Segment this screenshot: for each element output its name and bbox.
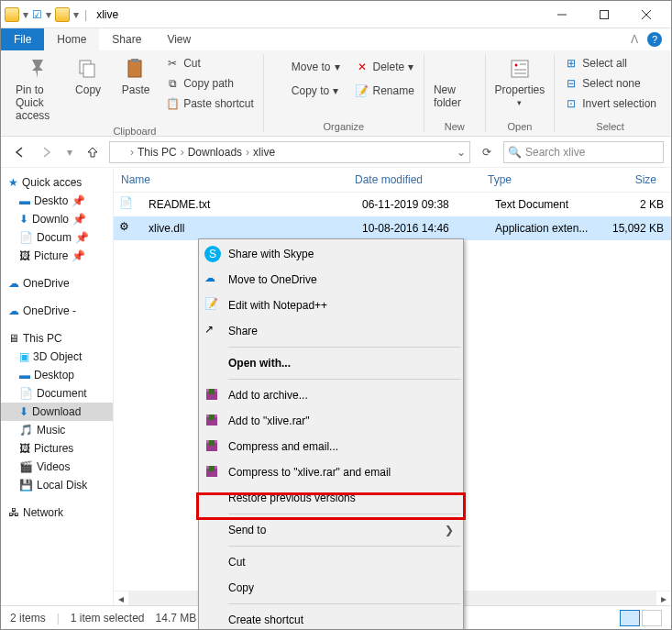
sidebar-this-pc[interactable]: 🖥This PC bbox=[1, 329, 113, 348]
forward-button[interactable] bbox=[36, 141, 58, 163]
menu-send-to[interactable]: Send to❯ bbox=[201, 517, 461, 543]
item-count: 2 items bbox=[10, 612, 46, 624]
qat-dropdown2-icon[interactable]: ▾ bbox=[46, 8, 51, 21]
sidebar-videos[interactable]: 🎬Videos bbox=[1, 458, 113, 476]
copy-path-button[interactable]: ⧉Copy path bbox=[161, 74, 258, 93]
refresh-button[interactable]: ⟳ bbox=[476, 141, 498, 163]
recent-button[interactable]: ▾ bbox=[63, 141, 76, 163]
pin-quick-access-button[interactable]: Pin to Quick access bbox=[12, 54, 62, 124]
maximize-button[interactable] bbox=[583, 1, 625, 28]
sidebar-onedrive2[interactable]: ☁OneDrive - bbox=[1, 302, 113, 320]
group-label: Organize bbox=[324, 121, 365, 132]
col-type: Type bbox=[480, 173, 590, 186]
move-to-button[interactable]: Move to ▾ bbox=[270, 58, 344, 76]
title-bar: ▾ ☑ ▾ ▾ | xlive bbox=[1, 1, 671, 28]
sidebar-downloads[interactable]: ⬇Downlo📌 bbox=[1, 210, 113, 228]
submenu-arrow-icon: ❯ bbox=[445, 524, 454, 536]
selection-count: 1 item selected bbox=[71, 612, 145, 624]
breadcrumb-xlive[interactable]: xlive bbox=[253, 146, 275, 159]
context-menu: SShare with Skype ☁Move to OneDrive 📝Edi… bbox=[198, 238, 464, 630]
rename-button[interactable]: 📝Rename bbox=[351, 82, 418, 100]
view-tab[interactable]: View bbox=[154, 28, 204, 50]
menu-onedrive[interactable]: ☁Move to OneDrive bbox=[201, 267, 461, 293]
sidebar-network[interactable]: 🖧Network bbox=[1, 503, 113, 522]
menu-copy[interactable]: Copy bbox=[201, 575, 461, 601]
invert-selection-button[interactable]: ⊡Invert selection bbox=[560, 94, 660, 113]
sidebar-quick-access[interactable]: ★Quick acces bbox=[1, 173, 113, 192]
search-box[interactable]: 🔍 Search xlive bbox=[503, 141, 664, 163]
delete-button[interactable]: ✕Delete ▾ bbox=[351, 58, 418, 76]
qat-checkbox-icon[interactable]: ☑ bbox=[32, 8, 42, 21]
dll-file-icon: ⚙ bbox=[119, 220, 136, 237]
menu-cut[interactable]: Cut bbox=[201, 549, 461, 575]
sidebar-3d[interactable]: ▣3D Object bbox=[1, 348, 113, 366]
select-all-button[interactable]: ⊞Select all bbox=[560, 54, 660, 72]
file-row[interactable]: ⚙ xlive.dll 10-08-2016 14:46 Application… bbox=[114, 216, 671, 240]
menu-add-archive[interactable]: Add to archive... bbox=[201, 382, 461, 408]
paste-button[interactable]: Paste bbox=[114, 54, 158, 98]
svg-rect-24 bbox=[209, 466, 215, 471]
svg-rect-21 bbox=[209, 440, 215, 446]
address-dropdown-icon[interactable]: ⌄ bbox=[457, 146, 466, 159]
menu-restore[interactable]: Restore previous versions bbox=[201, 485, 461, 511]
share-tab[interactable]: Share bbox=[99, 28, 154, 50]
folder-icon bbox=[55, 7, 70, 22]
help-icon[interactable]: ? bbox=[647, 32, 662, 47]
svg-rect-1 bbox=[600, 10, 609, 18]
file-row[interactable]: 📄 README.txt 06-11-2019 09:38 Text Docum… bbox=[114, 193, 671, 216]
menu-compress[interactable]: Compress and email... bbox=[201, 434, 461, 459]
group-label: Open bbox=[507, 121, 532, 132]
sidebar-desktop[interactable]: ▬Deskto📌 bbox=[1, 192, 113, 210]
qat-dropdown-icon[interactable]: ▾ bbox=[23, 8, 28, 21]
sidebar-music[interactable]: 🎵Music bbox=[1, 421, 113, 439]
up-button[interactable] bbox=[82, 141, 104, 163]
back-button[interactable] bbox=[8, 141, 30, 163]
menu-create-shortcut[interactable]: Create shortcut bbox=[201, 607, 461, 630]
properties-button[interactable]: Properties▾ bbox=[491, 54, 549, 109]
sidebar-documents[interactable]: 📄Docum📌 bbox=[1, 228, 113, 247]
details-view-button[interactable] bbox=[620, 610, 640, 626]
breadcrumb-pc[interactable]: This PC bbox=[138, 146, 177, 159]
svg-point-9 bbox=[514, 64, 517, 67]
sidebar-downloads2[interactable]: ⬇Download bbox=[1, 403, 113, 421]
menu-open-with[interactable]: Open with... bbox=[201, 350, 461, 376]
ribbon-tabs: File Home Share View ᐱ ? bbox=[1, 28, 671, 50]
menu-skype[interactable]: SShare with Skype bbox=[201, 241, 461, 267]
home-tab[interactable]: Home bbox=[44, 28, 99, 50]
sidebar-pictures[interactable]: 🖼Picture📌 bbox=[1, 247, 113, 265]
col-size: Size bbox=[590, 173, 664, 186]
minimize-button[interactable] bbox=[541, 1, 583, 28]
menu-add-xlive[interactable]: Add to "xlive.rar" bbox=[201, 408, 461, 434]
close-button[interactable] bbox=[625, 1, 667, 28]
file-tab[interactable]: File bbox=[1, 28, 44, 50]
menu-share[interactable]: ↗Share bbox=[201, 318, 461, 344]
cut-button[interactable]: ✂Cut bbox=[161, 54, 258, 72]
collapse-ribbon-icon[interactable]: ᐱ bbox=[631, 33, 638, 46]
icons-view-button[interactable] bbox=[642, 610, 662, 626]
svg-rect-5 bbox=[83, 64, 94, 77]
search-icon: 🔍 bbox=[508, 146, 522, 159]
sidebar-desktop2[interactable]: ▬Desktop bbox=[1, 366, 113, 384]
menu-compress-xlive[interactable]: Compress to "xlive.rar" and email bbox=[201, 459, 461, 485]
col-name: Name bbox=[114, 173, 347, 186]
copy-to-button[interactable]: Copy to ▾ bbox=[270, 82, 344, 100]
new-folder-button[interactable]: New folder bbox=[430, 54, 479, 111]
menu-notepad[interactable]: 📝Edit with Notepad++ bbox=[201, 293, 461, 318]
address-box[interactable]: › This PC › Downloads › xlive ⌄ bbox=[109, 141, 470, 163]
select-none-button[interactable]: ⊟Select none bbox=[560, 74, 660, 93]
copy-button[interactable]: Copy bbox=[66, 54, 110, 98]
search-placeholder: Search xlive bbox=[525, 146, 585, 159]
ribbon: Pin to Quick access Copy Paste ✂Cut ⧉Cop… bbox=[1, 50, 671, 137]
qat-dropdown3-icon[interactable]: ▾ bbox=[73, 8, 79, 21]
column-headers[interactable]: Name Date modified Type Size bbox=[114, 168, 671, 193]
sidebar-onedrive[interactable]: ☁OneDrive bbox=[1, 274, 113, 293]
folder-icon bbox=[114, 147, 127, 158]
paste-shortcut-button[interactable]: 📋Paste shortcut bbox=[161, 94, 258, 113]
group-label: Clipboard bbox=[113, 126, 156, 137]
group-label: New bbox=[445, 121, 465, 132]
breadcrumb-downloads[interactable]: Downloads bbox=[188, 146, 242, 159]
sidebar-localdisk[interactable]: 💾Local Disk bbox=[1, 476, 113, 494]
address-bar: ▾ › This PC › Downloads › xlive ⌄ ⟳ 🔍 Se… bbox=[1, 137, 671, 168]
sidebar-pictures2[interactable]: 🖼Pictures bbox=[1, 439, 113, 458]
sidebar-documents2[interactable]: 📄Document bbox=[1, 384, 113, 403]
